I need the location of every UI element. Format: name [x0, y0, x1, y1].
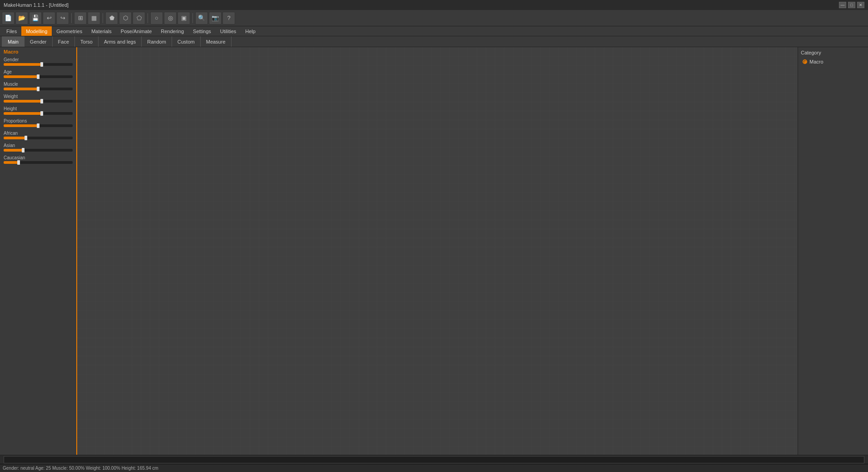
category-label-macro: Macro [809, 59, 824, 64]
toolbar-btn-torus[interactable]: ◎ [164, 12, 177, 25]
slider-label-height: Height [4, 106, 73, 111]
slider-fill-african [4, 137, 26, 139]
toolbar-btn-help[interactable]: ? [222, 12, 235, 25]
slider-group-weight: Weight [0, 93, 76, 105]
panel-header: Macro [0, 47, 76, 56]
right-panel: Category Macro [798, 47, 868, 455]
viewport[interactable] [77, 47, 798, 455]
titlebar-title: MakeHuman 1.1.1 - [Untitled] [4, 2, 69, 8]
tab-torso[interactable]: Torso [75, 36, 99, 47]
slider-track-age[interactable] [4, 75, 73, 78]
toolbar-btn-camera[interactable]: 📷 [209, 12, 222, 25]
menu-item-geometries[interactable]: Geometries [52, 26, 87, 36]
slider-label-african: African [4, 131, 73, 136]
statusbar [0, 455, 868, 464]
toolbar-separator [103, 13, 103, 23]
slider-group-height: Height [0, 105, 76, 118]
titlebar: MakeHuman 1.1.1 - [Untitled] — □ ✕ [0, 0, 868, 10]
menu-item-help[interactable]: Help [241, 26, 260, 36]
status-input[interactable] [4, 456, 864, 463]
slider-group-african: African [0, 130, 76, 142]
maximize-button[interactable]: □ [848, 2, 855, 8]
toolbar-btn-undo[interactable]: ↩ [43, 12, 55, 25]
category-item-macro[interactable]: Macro [801, 58, 865, 65]
slider-label-gender: Gender [4, 57, 73, 62]
tab-face[interactable]: Face [53, 36, 75, 47]
slider-thumb-african[interactable] [25, 136, 27, 140]
main-content: Macro GenderAgeMuscleWeightHeightProport… [0, 47, 868, 455]
slider-track-asian[interactable] [4, 149, 73, 152]
window-controls: — □ ✕ [839, 2, 864, 8]
left-panel: Macro GenderAgeMuscleWeightHeightProport… [0, 47, 77, 455]
toolbar-separator [192, 13, 193, 23]
toolbar-btn-human2[interactable]: ⬡ [119, 12, 132, 25]
slider-thumb-muscle[interactable] [37, 87, 39, 91]
menu-item-files[interactable]: Files [2, 26, 21, 36]
slider-track-muscle[interactable] [4, 88, 73, 90]
toolbar-btn-save[interactable]: 💾 [29, 12, 42, 25]
slider-group-age: Age [0, 69, 76, 81]
slider-group-asian: Asian [0, 142, 76, 154]
slider-track-african[interactable] [4, 137, 73, 139]
toolbar-btn-grid[interactable]: ⊞ [74, 12, 87, 25]
menu-item-utilities[interactable]: Utilities [216, 26, 241, 36]
bottom-status: Gender: neutral Age: 25 Muscle: 50.00% W… [0, 464, 868, 472]
slider-fill-weight [4, 100, 42, 103]
slider-label-muscle: Muscle [4, 82, 73, 87]
slider-group-gender: Gender [0, 56, 76, 69]
toolbar-btn-human3[interactable]: ⬠ [133, 12, 145, 25]
menu-item-modelling[interactable]: Modelling [21, 26, 52, 36]
close-button[interactable]: ✕ [857, 2, 864, 8]
menu-item-materials[interactable]: Materials [87, 26, 116, 36]
slider-label-proportions: Proportions [4, 118, 73, 123]
minimize-button[interactable]: — [839, 2, 846, 8]
toolbar-btn-new[interactable]: 📄 [2, 12, 15, 25]
slider-thumb-proportions[interactable] [37, 123, 39, 128]
menu-item-settings[interactable]: Settings [188, 26, 216, 36]
radio-macro[interactable] [803, 59, 807, 64]
toolbar-btn-human1[interactable]: ⬟ [105, 12, 118, 25]
slider-thumb-caucasian[interactable] [17, 160, 20, 165]
tab-measure[interactable]: Measure [201, 36, 232, 47]
tab-arms-and-legs[interactable]: Arms and legs [99, 36, 142, 47]
slider-thumb-height[interactable] [40, 111, 43, 116]
slider-track-caucasian[interactable] [4, 161, 73, 164]
slider-fill-asian [4, 149, 23, 152]
slider-group-proportions: Proportions [0, 118, 76, 130]
menu-item-rendering[interactable]: Rendering [156, 26, 188, 36]
toolbar-separator [148, 13, 148, 23]
slider-track-proportions[interactable] [4, 124, 73, 127]
toolbar-btn-sphere[interactable]: ○ [150, 12, 163, 25]
slider-thumb-weight[interactable] [40, 99, 43, 103]
slider-label-age: Age [4, 69, 73, 74]
slider-group-caucasian: Caucasian [0, 154, 76, 167]
slider-fill-gender [4, 63, 42, 66]
toolbar-btn-cube[interactable]: ▣ [178, 12, 190, 25]
slider-track-gender[interactable] [4, 63, 73, 66]
slider-track-weight[interactable] [4, 100, 73, 103]
menubar: FilesModellingGeometriesMaterialsPose/An… [0, 26, 868, 36]
tab-gender[interactable]: Gender [25, 36, 53, 47]
slider-thumb-asian[interactable] [22, 148, 25, 152]
toolbar-btn-redo[interactable]: ↪ [56, 12, 69, 25]
tab-main[interactable]: Main [2, 36, 25, 47]
slider-thumb-age[interactable] [37, 74, 39, 79]
tabbar: MainGenderFaceTorsoArms and legsRandomCu… [0, 36, 868, 47]
slider-label-caucasian: Caucasian [4, 155, 73, 160]
slider-fill-caucasian [4, 161, 19, 164]
slider-fill-height [4, 112, 42, 115]
slider-thumb-gender[interactable] [40, 62, 43, 67]
slider-fill-proportions [4, 124, 38, 127]
toolbar-btn-checker[interactable]: ▦ [88, 12, 100, 25]
category-header: Category [801, 50, 865, 55]
toolbar-btn-open[interactable]: 📂 [15, 12, 28, 25]
menu-item-pose-animate[interactable]: Pose/Animate [116, 26, 156, 36]
grid [77, 47, 798, 455]
tab-random[interactable]: Random [142, 36, 172, 47]
slider-track-height[interactable] [4, 112, 73, 115]
tab-custom[interactable]: Custom [172, 36, 201, 47]
slider-fill-age [4, 75, 38, 78]
slider-group-muscle: Muscle [0, 81, 76, 93]
toolbar-btn-magnify[interactable]: 🔍 [195, 12, 208, 25]
svg-rect-0 [77, 47, 798, 455]
